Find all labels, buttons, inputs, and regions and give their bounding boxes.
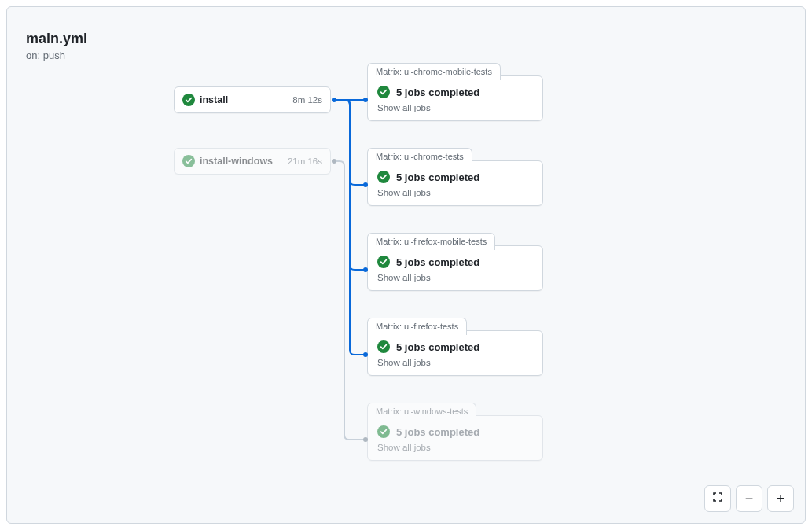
matrix-card-ui-firefox-mobile-tests[interactable]: Matrix: ui-firefox-mobile-tests 5 jobs c… — [367, 245, 543, 291]
show-all-jobs-link[interactable]: Show all jobs — [377, 443, 533, 452]
success-icon — [182, 94, 195, 106]
show-all-jobs-link[interactable]: Show all jobs — [377, 188, 533, 197]
matrix-status: 5 jobs completed — [396, 171, 479, 183]
show-all-jobs-link[interactable]: Show all jobs — [377, 273, 533, 282]
success-icon — [377, 340, 390, 353]
job-card-install[interactable]: install 8m 12s — [174, 86, 331, 113]
matrix-card-ui-chrome-tests[interactable]: Matrix: ui-chrome-tests 5 jobs completed… — [367, 160, 543, 206]
show-all-jobs-link[interactable]: Show all jobs — [377, 103, 533, 112]
connector-dot — [332, 159, 336, 164]
canvas-controls: − + — [704, 485, 794, 512]
job-duration: 8m 12s — [292, 95, 322, 105]
connector-dot — [363, 352, 368, 357]
workflow-trigger: on: push — [26, 50, 87, 61]
matrix-tab-label: Matrix: ui-firefox-mobile-tests — [367, 233, 495, 250]
fullscreen-button[interactable] — [704, 485, 731, 512]
matrix-status: 5 jobs completed — [396, 86, 479, 98]
zoom-in-button[interactable]: + — [767, 485, 794, 512]
job-card-install-windows[interactable]: install-windows 21m 16s — [174, 148, 331, 175]
matrix-tab-label: Matrix: ui-chrome-tests — [367, 148, 472, 165]
matrix-status: 5 jobs completed — [396, 341, 479, 353]
job-duration: 21m 16s — [288, 156, 322, 166]
connector-dot — [332, 98, 336, 102]
matrix-tab-label: Matrix: ui-firefox-tests — [367, 318, 467, 335]
job-name: install-windows — [200, 156, 288, 167]
matrix-tab-label: Matrix: ui-windows-tests — [367, 403, 476, 420]
matrix-status: 5 jobs completed — [396, 426, 479, 438]
matrix-tab-label: Matrix: ui-chrome-mobile-tests — [367, 63, 501, 80]
matrix-card-ui-chrome-mobile-tests[interactable]: Matrix: ui-chrome-mobile-tests 5 jobs co… — [367, 75, 543, 121]
success-icon — [377, 256, 390, 268]
success-icon — [377, 425, 390, 438]
workflow-canvas[interactable]: main.yml on: push install 8m 12s install… — [6, 6, 806, 524]
connector-dot — [363, 182, 368, 187]
success-icon — [377, 86, 390, 98]
connector-dot — [363, 437, 368, 442]
matrix-card-ui-windows-tests[interactable]: Matrix: ui-windows-tests 5 jobs complete… — [367, 415, 543, 461]
matrix-card-ui-firefox-tests[interactable]: Matrix: ui-firefox-tests 5 jobs complete… — [367, 330, 543, 376]
fullscreen-icon — [711, 491, 724, 506]
success-icon — [377, 171, 390, 183]
zoom-out-button[interactable]: − — [736, 485, 762, 512]
workflow-header: main.yml on: push — [26, 31, 87, 61]
plus-icon: + — [777, 491, 785, 506]
connector-dot — [363, 267, 368, 272]
workflow-title: main.yml — [26, 31, 87, 47]
matrix-status: 5 jobs completed — [396, 256, 479, 268]
minus-icon: − — [745, 491, 754, 506]
success-icon — [182, 155, 195, 167]
job-name: install — [200, 94, 292, 105]
connector-dot — [363, 98, 368, 102]
show-all-jobs-link[interactable]: Show all jobs — [377, 358, 533, 367]
